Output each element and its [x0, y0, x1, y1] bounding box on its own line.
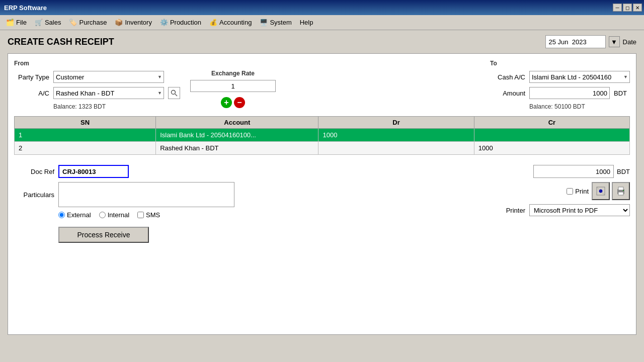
to-balance-text: Balance: 50100 BDT — [529, 103, 630, 110]
print-check-item: Print — [567, 188, 589, 195]
checkbox-sms[interactable] — [137, 212, 144, 218]
purchase-icon: 🏷️ — [69, 19, 77, 26]
print-row: Print — [567, 182, 630, 200]
search-icon — [171, 89, 178, 97]
table-row[interactable]: 2 Rashed Khan - BDT 1000 — [15, 142, 630, 155]
to-section: To Cash A/C Islami Bank Ltd - 20504160 A… — [490, 60, 630, 110]
menu-system[interactable]: 🖥️ System — [256, 17, 295, 28]
radio-external[interactable] — [58, 212, 65, 218]
cell-cr: 1000 — [474, 142, 629, 155]
accounting-icon: 💰 — [209, 19, 217, 26]
cell-dr: 1000 — [318, 129, 474, 142]
doc-ref-row: Doc Ref — [14, 165, 234, 178]
preview-icon — [596, 186, 606, 196]
exchange-rate-label: Exchange Rate — [211, 70, 255, 77]
menu-help[interactable]: Help — [296, 17, 317, 28]
radio-internal-item: Internal — [99, 211, 129, 219]
col-dr: Dr — [318, 117, 474, 129]
print-label: Print — [575, 188, 589, 195]
printer-select[interactable]: Microsoft Print to PDF — [529, 204, 630, 216]
menu-accounting[interactable]: 💰 Accounting — [205, 17, 256, 28]
radio-internal[interactable] — [99, 212, 106, 218]
cash-ac-label: Cash A/C — [490, 73, 525, 81]
total-input[interactable] — [533, 165, 614, 178]
system-icon: 🖥️ — [260, 19, 268, 26]
cell-account: Islami Bank Ltd - 20504160100... — [156, 129, 318, 142]
svg-rect-6 — [618, 187, 623, 190]
printer-icon — [616, 186, 626, 196]
doc-ref-label: Doc Ref — [14, 168, 54, 175]
table-row[interactable]: 1 Islami Bank Ltd - 20504160100... 1000 — [15, 129, 630, 142]
from-label: From — [14, 60, 180, 67]
print-button[interactable] — [612, 182, 630, 200]
ac-search-button[interactable] — [168, 87, 180, 99]
date-label: Date — [623, 38, 636, 46]
doc-ref-input[interactable] — [58, 165, 129, 178]
radio-external-label: External — [67, 211, 91, 219]
add-remove-buttons: + − — [221, 97, 245, 108]
cell-sn: 2 — [15, 142, 156, 155]
checkbox-sms-label: SMS — [146, 211, 160, 219]
printer-row: Printer Microsoft Print to PDF — [506, 204, 630, 216]
journal-table: SN Account Dr Cr 1 Islami Bank Ltd - 205… — [14, 116, 630, 155]
menu-sales-label: Sales — [45, 19, 61, 26]
party-type-label: Party Type — [14, 73, 49, 81]
cell-dr — [318, 142, 474, 155]
ac-dropdown[interactable]: Rashed Khan - BDT — [53, 87, 164, 99]
cash-ac-row: Cash A/C Islami Bank Ltd - 20504160 — [490, 71, 630, 83]
menu-sales[interactable]: 🛒 Sales — [31, 17, 65, 28]
amount-input[interactable] — [529, 87, 610, 99]
printer-label: Printer — [506, 207, 525, 214]
page-title: CREATE CASH RECEIPT — [8, 37, 114, 47]
from-section: From Party Type Customer A/C Rashed Khan… — [14, 60, 180, 110]
amount-row: Amount BDT — [490, 87, 630, 99]
page: CREATE CASH RECEIPT ▼ Date From Party Ty… — [0, 30, 644, 362]
to-label: To — [490, 60, 630, 67]
particulars-label: Particulars — [14, 191, 54, 199]
particulars-row: Particulars — [14, 182, 234, 207]
file-icon: 🗂️ — [6, 19, 14, 26]
close-button[interactable]: ✕ — [633, 4, 642, 12]
party-type-dropdown-wrapper: Customer — [53, 71, 164, 83]
party-type-row: Party Type Customer — [14, 71, 180, 83]
menu-purchase[interactable]: 🏷️ Purchase — [65, 17, 111, 28]
exchange-rate-input[interactable] — [190, 80, 276, 92]
sales-icon: 🛒 — [35, 19, 43, 26]
menu-production[interactable]: ⚙️ Production — [156, 17, 205, 28]
svg-point-0 — [172, 90, 176, 95]
print-checkbox[interactable] — [567, 188, 573, 195]
action-buttons — [592, 182, 630, 200]
svg-rect-7 — [618, 192, 623, 195]
restore-button[interactable]: ◻ — [623, 4, 632, 12]
process-receive-button[interactable]: Process Receive — [58, 227, 149, 243]
particulars-input[interactable] — [58, 182, 234, 207]
form-top-area: From Party Type Customer A/C Rashed Khan… — [14, 60, 630, 110]
radio-external-item: External — [58, 211, 91, 219]
svg-line-1 — [175, 94, 177, 96]
menu-bar: 🗂️ File 🛒 Sales 🏷️ Purchase 📦 Inventory … — [0, 15, 644, 30]
menu-inventory[interactable]: 📦 Inventory — [111, 17, 155, 28]
amount-label: Amount — [490, 89, 525, 97]
radio-row: External Internal SMS — [58, 211, 234, 219]
exchange-section: Exchange Rate + − — [190, 70, 276, 108]
menu-inventory-label: Inventory — [125, 19, 151, 26]
inventory-icon: 📦 — [115, 19, 123, 26]
remove-row-button[interactable]: − — [234, 97, 245, 108]
menu-purchase-label: Purchase — [79, 19, 107, 26]
total-currency: BDT — [617, 168, 630, 175]
preview-button[interactable] — [592, 182, 610, 200]
party-type-dropdown[interactable]: Customer — [53, 71, 164, 83]
minimize-button[interactable]: ─ — [613, 4, 622, 12]
ac-label: A/C — [14, 89, 49, 97]
menu-help-label: Help — [300, 19, 313, 26]
add-row-button[interactable]: + — [221, 97, 232, 108]
date-picker-button[interactable]: ▼ — [609, 36, 620, 47]
app-title: ERP Software — [4, 4, 47, 12]
radio-internal-label: Internal — [108, 211, 129, 219]
bottom-section: Doc Ref Particulars External Internal — [14, 165, 630, 243]
cell-sn: 1 — [15, 129, 156, 142]
date-area: ▼ Date — [545, 35, 636, 48]
date-input[interactable] — [545, 35, 606, 48]
cash-ac-dropdown[interactable]: Islami Bank Ltd - 20504160 — [529, 71, 630, 83]
menu-file[interactable]: 🗂️ File — [2, 17, 31, 28]
